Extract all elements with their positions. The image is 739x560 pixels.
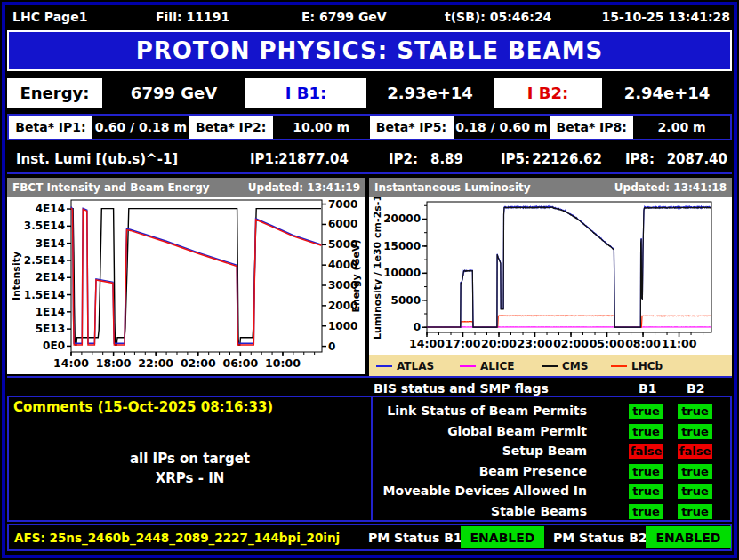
bis-col-b1: B1 [639, 381, 656, 396]
legend-swatch [460, 365, 476, 367]
bis-row: Moveable Devices Allowed Intruetrue [9, 481, 730, 501]
legend-item: ATLAS [376, 360, 460, 372]
bis-status-b1: true [629, 464, 663, 479]
datetime: 15-10-25 13:41:28 [601, 10, 730, 24]
svg-text:3.5E14: 3.5E14 [24, 220, 65, 232]
legend-item: ALICE [460, 360, 542, 372]
bis-col-b2: B2 [687, 381, 704, 396]
pm-status-b1-value: ENABLED [461, 526, 544, 548]
svg-text:Energy (GeV): Energy (GeV) [350, 239, 362, 312]
bis-row-label: Link Status of Beam Permits [373, 404, 587, 418]
svg-text:2.5E14: 2.5E14 [24, 254, 65, 267]
svg-text:0: 0 [328, 340, 335, 353]
svg-text:3E14: 3E14 [36, 237, 65, 250]
svg-text:20:00: 20:00 [481, 337, 517, 350]
bis-row: Stable Beamstruetrue [9, 501, 730, 522]
ib1-label: I B1: [245, 78, 366, 108]
fbct-chart: FBCT Intensity and Beam Energy Updated: … [7, 178, 365, 374]
beta-star-label: Beta* IP1: [9, 116, 92, 139]
svg-text:14:00: 14:00 [53, 356, 89, 370]
bis-status-b1: true [629, 484, 663, 499]
svg-text:11:00: 11:00 [662, 337, 697, 350]
bis-status-b1: true [629, 404, 663, 419]
legend-label: LHCb [631, 360, 663, 372]
lumi-ip5-label: IP5: [501, 151, 530, 167]
svg-text:Luminosity / 1e30 cm-2s-1: Luminosity / 1e30 cm-2s-1 [372, 197, 383, 340]
lumi-chart-legend: ATLASALICECMSLHCb [369, 355, 732, 378]
bis-row: Setup Beamfalsefalse [9, 441, 730, 461]
svg-text:5000: 5000 [391, 294, 421, 307]
legend-label: CMS [562, 360, 588, 372]
svg-text:1000: 1000 [328, 320, 357, 332]
svg-text:10:00: 10:00 [265, 356, 301, 370]
svg-text:20000: 20000 [383, 212, 421, 225]
energy-label: Energy: [7, 78, 102, 108]
bis-row-label: Stable Beams [373, 504, 587, 518]
ib2-label: I B2: [494, 78, 602, 108]
afs-row: AFS: 25ns_2460b_2448_2089_2227_144bpi_20… [7, 524, 732, 551]
energy-value: 6799 GeV [102, 78, 245, 108]
svg-text:6000: 6000 [328, 218, 357, 230]
legend-item: CMS [542, 360, 611, 372]
svg-text:5E13: 5E13 [36, 323, 65, 335]
svg-text:23:00: 23:00 [518, 337, 553, 350]
lumi-ip2-value: 8.89 [430, 151, 463, 167]
svg-text:2E14: 2E14 [36, 271, 65, 284]
svg-text:15000: 15000 [383, 240, 421, 252]
beta-star-value: 2.00 m [633, 116, 730, 139]
beta-star-value: 10.00 m [273, 116, 370, 139]
lumi-ip8-label: IP8: [625, 151, 655, 167]
separator-line [7, 376, 732, 378]
svg-text:0E0: 0E0 [43, 340, 65, 352]
bis-status-b2: false [678, 444, 712, 459]
beta-star-value: 0.60 / 0.18 m [92, 116, 189, 139]
fill-number: Fill: 11191 [156, 10, 229, 24]
bis-row-label: Setup Beam [373, 444, 587, 458]
lumi-ip1-value: 21877.04 [278, 151, 349, 167]
beta-star-ip-pair: Beta* IP2:10.00 m [189, 116, 370, 139]
svg-text:17:00: 17:00 [446, 337, 481, 350]
svg-text:02:00: 02:00 [553, 337, 589, 350]
ib1-value: 2.93e+14 [366, 78, 494, 108]
svg-text:06:00: 06:00 [222, 356, 258, 370]
beam-mode-text: PROTON PHYSICS: STABLE BEAMS [136, 37, 604, 64]
lumi-chart-updated: Updated: 13:41:18 [614, 181, 727, 194]
fbct-chart-title: FBCT Intensity and Beam Energy [12, 181, 210, 194]
lumi-ip5-value: 22126.62 [532, 151, 602, 167]
lumi-label: Inst. Lumi [(ub.s)^-1] [16, 151, 178, 167]
lumi-ip1-label: IP1: [250, 151, 279, 167]
bis-status-b2: true [678, 504, 712, 519]
bis-status-b2: true [678, 404, 712, 419]
fbct-chart-title-bar: FBCT Intensity and Beam Energy Updated: … [7, 178, 365, 197]
beta-star-label: Beta* IP2: [189, 116, 273, 139]
bis-status-b2: true [678, 464, 712, 479]
beta-star-label: Beta* IP5: [370, 116, 454, 139]
svg-text:Intensity: Intensity [11, 252, 22, 300]
beta-star-ip-pair: Beta* IP8:2.00 m [550, 116, 730, 139]
pm-status-b2-label: PM Status B2 [553, 531, 647, 545]
beta-star-ip-pair: Beta* IP1:0.60 / 0.18 m [9, 116, 189, 139]
bis-row: Link Status of Beam Permitstruetrue [9, 401, 730, 421]
svg-text:0: 0 [414, 321, 421, 333]
lumi-chart-title: Instantaneous Luminosity [374, 181, 531, 194]
svg-text:1.5E14: 1.5E14 [24, 289, 65, 301]
pm-status-b2-value: ENABLED [646, 526, 731, 548]
svg-text:18:00: 18:00 [96, 356, 132, 370]
lumi-ip8-value: 2087.40 [667, 151, 727, 167]
pm-status-b1-label: PM Status B1 [368, 531, 462, 545]
legend-swatch [611, 365, 627, 367]
beam-mode-banner: PROTON PHYSICS: STABLE BEAMS [7, 30, 732, 71]
bis-status-b2: true [678, 424, 712, 439]
legend-swatch [542, 365, 558, 367]
bottom-status-panel: Comments (15-Oct-2025 08:16:33) all IPs … [7, 396, 732, 522]
top-bar: LHC Page1 Fill: 11191 E: 6799 GeV t(SB):… [7, 6, 732, 28]
bis-status-b2: true [678, 484, 712, 499]
app-title: LHC Page1 [12, 10, 87, 24]
bis-status-b1: true [629, 424, 663, 439]
beta-star-value: 0.18 / 0.60 m [454, 116, 550, 139]
separator-line [7, 172, 732, 174]
beam-energy: E: 6799 GeV [301, 10, 387, 24]
svg-text:05:00: 05:00 [590, 337, 625, 350]
svg-text:4E14: 4E14 [36, 203, 65, 215]
legend-item: LHCb [611, 360, 682, 372]
